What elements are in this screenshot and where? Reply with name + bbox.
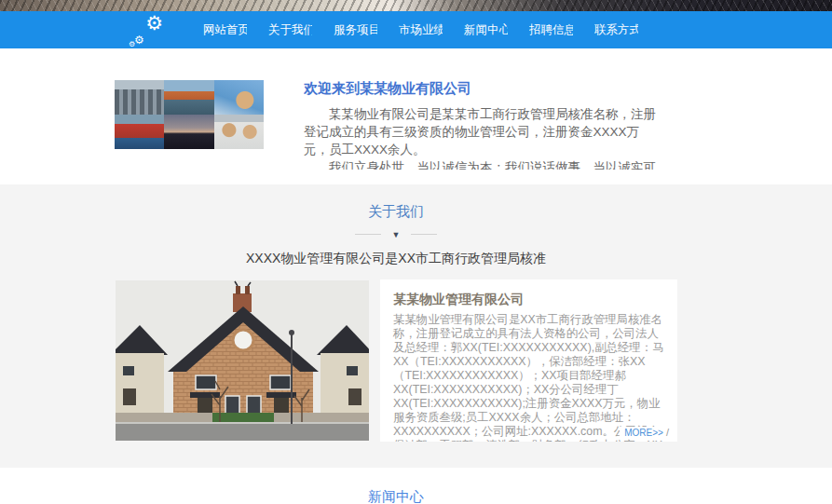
- photo-city-skyline: [115, 80, 164, 115]
- nav-item-about[interactable]: 关于我们: [268, 22, 312, 38]
- welcome-text: 欢迎来到某某物业有限公司 某某物业有限公司是某某市工商行政管理局核准名称，注册登…: [304, 80, 656, 170]
- card-title: 某某物业管理有限公司: [393, 292, 664, 308]
- house-photo: [116, 280, 369, 441]
- logo-gears-icon[interactable]: ⚙ ⚙ ⚙: [131, 15, 163, 47]
- nav-item-news[interactable]: 新闻中心: [464, 22, 508, 38]
- card-body-text: 某某物业管理有限公司是XX市工商行政管理局核准名称，注册登记成立的具有法人资格的…: [393, 313, 664, 442]
- photo-port-cranes: [164, 80, 214, 115]
- photo-dusk-crane: [164, 115, 214, 149]
- banner-photo: [0, 0, 832, 11]
- nav-item-jobs[interactable]: 招聘信息: [529, 22, 573, 38]
- triangle-down-icon: ▼: [392, 230, 401, 239]
- photo-worker-plank: [214, 80, 264, 115]
- photo-red-ship: [115, 115, 164, 149]
- nav-item-home[interactable]: 网站首页: [203, 22, 247, 38]
- more-suffix: /: [666, 427, 669, 438]
- about-heading: 关于我们: [115, 203, 677, 221]
- welcome-section: 欢迎来到某某物业有限公司 某某物业有限公司是某某市工商行政管理局核准名称，注册登…: [115, 80, 677, 173]
- nav-item-contact[interactable]: 联系方式: [594, 22, 638, 38]
- about-row: 某某物业管理有限公司 某某物业管理有限公司是XX市工商行政管理局核准名称，注册登…: [115, 279, 677, 442]
- main-nav: ⚙ ⚙ ⚙ 网站首页 关于我们 服务项目 市场业绩 新闻中心 招聘信息 联系方式: [0, 11, 832, 48]
- nav-item-services[interactable]: 服务项目: [334, 22, 377, 38]
- welcome-title: 欢迎来到某某物业有限公司: [304, 80, 656, 98]
- about-section: 关于我们 ▼ XXXX物业管理有限公司是XX市工商行政管理局核准: [0, 184, 832, 468]
- divider-line: [411, 234, 437, 235]
- nav-items: 网站首页 关于我们 服务项目 市场业绩 新闻中心 招聘信息 联系方式: [203, 11, 638, 48]
- welcome-paragraph-1: 某某物业有限公司是某某市工商行政管理局核准名称，注册登记成立的具有三级资质的物业…: [304, 105, 656, 158]
- nav-item-performance[interactable]: 市场业绩: [399, 22, 443, 38]
- more-link[interactable]: MORE>>/: [620, 427, 669, 438]
- photo-roof-workers: [214, 115, 264, 149]
- heading-divider: ▼: [115, 229, 677, 239]
- gear-icon: ⚙: [129, 41, 135, 48]
- about-card: 某某物业管理有限公司 某某物业管理有限公司是XX市工商行政管理局核准名称，注册登…: [380, 279, 677, 442]
- news-heading: 新闻中心: [115, 488, 677, 504]
- about-subtitle: XXXX物业管理有限公司是XX市工商行政管理局核准: [115, 251, 677, 267]
- welcome-paragraph-2: 我们立身处世，当以诚信为本；我们说话做事，当以诚实可靠，诚信是我们做人的基本原则…: [304, 158, 656, 170]
- welcome-collage-photo: [115, 80, 264, 149]
- divider-line: [355, 234, 381, 235]
- gear-icon: ⚙: [134, 34, 144, 46]
- gear-icon: ⚙: [145, 13, 163, 33]
